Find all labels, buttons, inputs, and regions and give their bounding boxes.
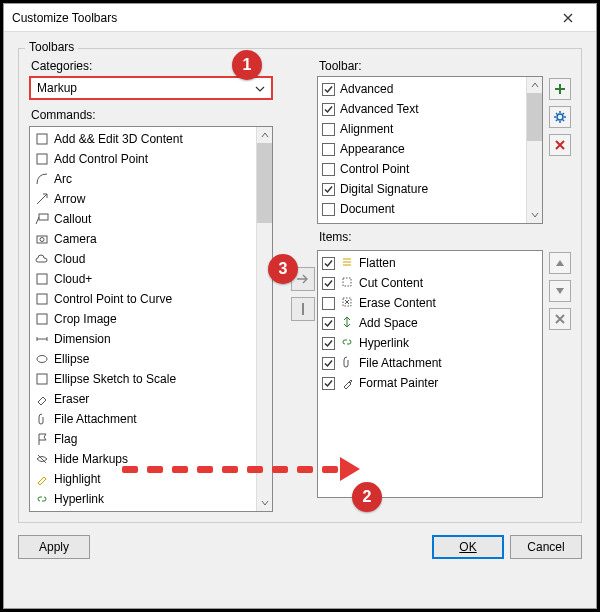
move-down-button[interactable] [549, 280, 571, 302]
checkbox[interactable] [322, 377, 335, 390]
command-row[interactable]: Add Control Point [30, 149, 272, 169]
item-label: Cut Content [359, 276, 423, 290]
close-button[interactable] [548, 8, 588, 28]
command-row[interactable]: Ellipse Sketch to Scale [30, 369, 272, 389]
command-label: Hyperlink [54, 492, 104, 506]
command-row[interactable]: Ellipse [30, 349, 272, 369]
scrollbar[interactable] [256, 127, 272, 511]
scroll-thumb[interactable] [527, 93, 542, 141]
item-row[interactable]: Format Painter [318, 373, 542, 393]
item-row[interactable]: Add Space [318, 313, 542, 333]
command-icon [34, 371, 50, 387]
add-toolbar-button[interactable] [549, 78, 571, 100]
commands-listbox[interactable]: Add && Edit 3D ContentAdd Control PointA… [29, 126, 273, 512]
toolbar-row[interactable]: Digital Signature [318, 179, 542, 199]
svg-point-4 [40, 238, 44, 242]
scroll-up-icon[interactable] [527, 77, 542, 93]
apply-button[interactable]: Apply [18, 535, 90, 559]
command-label: Crop Image [54, 312, 117, 326]
svg-rect-11 [302, 303, 304, 315]
checkbox[interactable] [322, 203, 335, 216]
command-label: Hide Markups [54, 452, 128, 466]
scroll-up-icon[interactable] [257, 127, 272, 143]
toolbar-listbox[interactable]: AdvancedAdvanced TextAlignmentAppearance… [317, 76, 543, 224]
command-icon [34, 151, 50, 167]
checkbox[interactable] [322, 317, 335, 330]
command-row[interactable]: Crop Image [30, 309, 272, 329]
toolbar-settings-button[interactable] [549, 106, 571, 128]
command-label: Cloud+ [54, 272, 92, 286]
command-row[interactable]: Eraser [30, 389, 272, 409]
checkbox[interactable] [322, 143, 335, 156]
command-row[interactable]: Dimension [30, 329, 272, 349]
item-row[interactable]: Hyperlink [318, 333, 542, 353]
remove-item-button[interactable] [549, 308, 571, 330]
command-icon [34, 171, 50, 187]
toolbar-item-label: Alignment [340, 122, 393, 136]
command-icon [34, 351, 50, 367]
item-row[interactable]: Flatten [318, 253, 542, 273]
scroll-down-icon[interactable] [527, 207, 542, 223]
toolbar-item-label: Document Management [340, 222, 468, 224]
close-icon [563, 13, 573, 23]
scroll-thumb[interactable] [257, 143, 272, 223]
command-row[interactable]: Cloud [30, 249, 272, 269]
item-row[interactable]: File Attachment [318, 353, 542, 373]
checkbox[interactable] [322, 277, 335, 290]
command-icon [34, 331, 50, 347]
item-label: Add Space [359, 316, 418, 330]
svg-point-8 [37, 356, 47, 363]
command-label: Camera [54, 232, 97, 246]
categories-dropdown[interactable]: Markup [29, 76, 273, 100]
item-icon [340, 295, 354, 312]
command-row[interactable]: Control Point to Curve [30, 289, 272, 309]
command-label: Callout [54, 212, 91, 226]
command-icon [34, 391, 50, 407]
command-row[interactable]: Cloud+ [30, 269, 272, 289]
checkbox[interactable] [322, 83, 335, 96]
command-row[interactable]: Arc [30, 169, 272, 189]
callout-2: 2 [352, 482, 382, 512]
command-label: Ellipse Sketch to Scale [54, 372, 176, 386]
move-up-button[interactable] [549, 252, 571, 274]
toolbar-row[interactable]: Alignment [318, 119, 542, 139]
toolbar-row[interactable]: Control Point [318, 159, 542, 179]
item-row[interactable]: Cut Content [318, 273, 542, 293]
checkbox[interactable] [322, 183, 335, 196]
checkbox[interactable] [322, 297, 335, 310]
delete-toolbar-button[interactable] [549, 134, 571, 156]
toolbar-row[interactable]: Advanced Text [318, 99, 542, 119]
item-label: File Attachment [359, 356, 442, 370]
checkbox[interactable] [322, 357, 335, 370]
separator-button[interactable] [291, 297, 315, 321]
checkbox[interactable] [322, 103, 335, 116]
checkbox[interactable] [322, 337, 335, 350]
item-row[interactable]: Erase Content [318, 293, 542, 313]
command-icon [34, 131, 50, 147]
command-row[interactable]: Arrow [30, 189, 272, 209]
checkbox[interactable] [322, 257, 335, 270]
scrollbar[interactable] [526, 77, 542, 223]
command-row[interactable]: Add && Edit 3D Content [30, 129, 272, 149]
checkbox[interactable] [322, 123, 335, 136]
toolbar-row[interactable]: Document Management [318, 219, 542, 224]
scroll-down-icon[interactable] [257, 495, 272, 511]
cancel-button[interactable]: Cancel [510, 535, 582, 559]
command-row[interactable]: Hyperlink [30, 489, 272, 509]
ok-button[interactable]: OK [432, 535, 504, 559]
command-row[interactable]: Image [30, 509, 272, 512]
toolbar-row[interactable]: Document [318, 199, 542, 219]
checkbox[interactable] [322, 223, 335, 225]
command-row[interactable]: File Attachment [30, 409, 272, 429]
command-row[interactable]: Camera [30, 229, 272, 249]
chevron-down-icon [255, 83, 265, 97]
customize-toolbars-dialog: Customize Toolbars Toolbars Categories: … [3, 3, 597, 609]
command-row[interactable]: Flag [30, 429, 272, 449]
item-icon [340, 375, 354, 392]
toolbar-row[interactable]: Advanced [318, 79, 542, 99]
toolbar-row[interactable]: Appearance [318, 139, 542, 159]
command-label: Flag [54, 432, 77, 446]
checkbox[interactable] [322, 163, 335, 176]
command-label: Dimension [54, 332, 111, 346]
command-row[interactable]: Callout [30, 209, 272, 229]
